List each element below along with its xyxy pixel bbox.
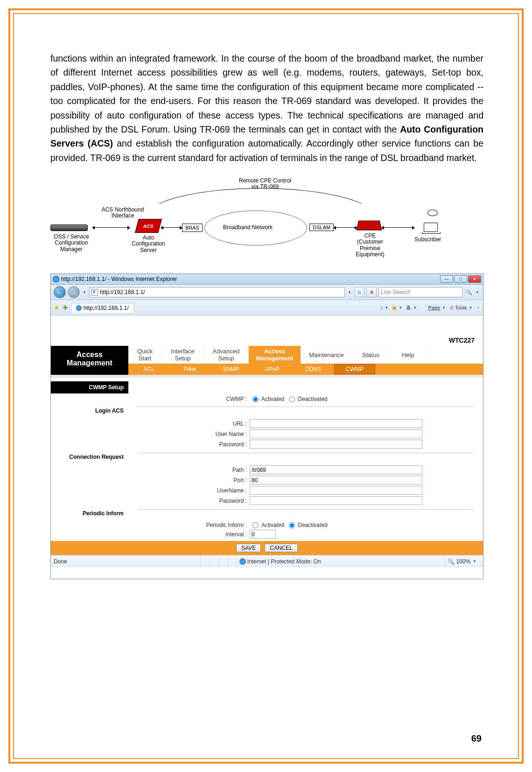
zoom-control[interactable]: 🔍100% ▼: [444, 555, 480, 567]
tab-status[interactable]: Status: [352, 346, 390, 364]
laptop-base: [422, 232, 441, 234]
tab-interface-setup[interactable]: Interface Setup: [162, 346, 204, 364]
save-button[interactable]: SAVE: [236, 544, 261, 552]
oss-label: OSS / Service Configuration Manager: [46, 234, 97, 253]
status-done: Done: [54, 558, 67, 565]
periodic-inform-label: Periodic Inform :: [133, 522, 250, 528]
cwmp-deactivated-radio[interactable]: [289, 396, 295, 402]
search-button[interactable]: 🔍: [464, 287, 473, 297]
curve-arc: [144, 188, 377, 249]
tab-favicon: [76, 305, 82, 311]
subtab-cwmp[interactable]: CWMP: [334, 364, 375, 374]
pi-activated-radio[interactable]: [252, 522, 259, 528]
favorites-icon[interactable]: ★: [54, 304, 60, 311]
port-label: Port :: [133, 477, 250, 484]
cr-password-label: Password :: [133, 498, 250, 504]
print-button[interactable]: 🖶▼: [406, 305, 418, 310]
activated-label: Activated: [261, 396, 284, 402]
home-button[interactable]: ⌂▼: [380, 305, 390, 310]
cpe-label: CPE (Customer Premise Equipment): [349, 233, 391, 258]
browser-tab[interactable]: http://192.168.1.1/: [71, 303, 134, 313]
subtab-filter[interactable]: Filter: [169, 364, 210, 375]
username-input[interactable]: [250, 429, 422, 438]
add-favorite-icon[interactable]: ✚: [63, 304, 68, 311]
tab-advanced-setup[interactable]: Advanced Setup: [204, 346, 249, 364]
tab-access-management[interactable]: Access Management: [249, 346, 301, 364]
chevron-icon[interactable]: »: [476, 306, 480, 310]
globe-icon: [239, 558, 246, 565]
url-dropdown-icon[interactable]: ▼: [347, 290, 352, 295]
tab-title: http://192.168.1.1/: [84, 305, 129, 311]
arrow-4: [384, 227, 412, 228]
cr-username-input[interactable]: [250, 486, 422, 495]
tab-quick-start[interactable]: Quick Start: [128, 346, 162, 364]
acs-north-label: ACS Northbound INterface: [97, 207, 148, 219]
cr-username-label: UserName :: [133, 487, 250, 494]
oss-device-icon: [50, 225, 88, 231]
page-menu[interactable]: 📄Page▼: [420, 305, 447, 311]
page-icon: [91, 289, 98, 295]
interval-input[interactable]: [250, 530, 276, 539]
path-input[interactable]: [250, 465, 422, 474]
pi-deactivated-radio[interactable]: [289, 522, 295, 528]
status-zone: Internet | Protected Mode: On: [247, 558, 321, 565]
model-label: WTC227: [51, 316, 483, 346]
search-dropdown-icon[interactable]: ▼: [475, 290, 480, 295]
password-label: Password :: [133, 441, 250, 448]
url-text: http://192.168.1.1/: [100, 289, 145, 295]
nav-dropdown-icon[interactable]: ▼: [82, 290, 87, 295]
subtab-ddns[interactable]: DDNS: [293, 364, 334, 375]
subtab-acl[interactable]: ACL: [128, 364, 169, 375]
forward-button[interactable]: →: [68, 286, 80, 298]
pi-deactivated-label: Deactivated: [298, 522, 327, 528]
search-placeholder: Live Search: [381, 289, 410, 295]
tools-menu[interactable]: ⚙Tools▼: [449, 305, 474, 311]
subscriber-label: Subscriber: [414, 237, 441, 243]
tab-help[interactable]: Help: [390, 346, 427, 364]
arrow-1: [95, 227, 127, 228]
cwmp-activated-radio[interactable]: [252, 396, 259, 402]
section-title: Access Management: [51, 346, 128, 375]
page-number: 69: [471, 733, 482, 744]
interval-label: Interval :: [133, 531, 250, 538]
close-button[interactable]: ✕: [468, 275, 481, 283]
phone-icon: [427, 210, 438, 216]
tab-maintenance[interactable]: Maintenance: [301, 346, 352, 364]
auto-conf-label: Auto Configuration Server: [127, 235, 169, 253]
url-label: URL :: [133, 421, 250, 427]
url-input[interactable]: http://192.168.1.1/: [89, 287, 345, 297]
path-label: Path :: [133, 467, 250, 473]
pi-activated-label: Activated: [261, 522, 284, 528]
laptop-icon: [424, 223, 438, 232]
url-input-field[interactable]: [250, 419, 422, 428]
browser-window: http://192.168.1.1/ - Windows Internet E…: [50, 274, 483, 579]
zoom-value: 100%: [456, 558, 470, 565]
cr-password-input[interactable]: [250, 496, 422, 505]
cwmp-label: CWMP :: [133, 396, 250, 402]
button-bar: SAVE CANCEL: [51, 541, 483, 555]
maximize-button[interactable]: □: [454, 275, 467, 283]
status-bar: Done Internet | Protected Mode: On 🔍100%…: [51, 555, 483, 567]
feeds-button[interactable]: ▣▼: [392, 305, 403, 311]
router-page: WTC227 Access Management Quick Start Int…: [51, 316, 483, 555]
tr069-diagram: Remote CPE Control via TR-069 OSS / Serv…: [50, 178, 483, 269]
tab-bar: ★ ✚ http://192.168.1.1/ ⌂▼ ▣▼ 🖶▼ 📄Page▼ …: [51, 300, 483, 316]
port-input[interactable]: [250, 476, 422, 484]
deactivated-label: Deactivated: [298, 396, 327, 402]
username-label: User Name :: [133, 431, 250, 437]
cancel-button[interactable]: CANCEL: [265, 544, 298, 552]
body-paragraph: functions within an integrated framework…: [50, 51, 483, 165]
section-connection-request: Connection Request: [51, 451, 128, 463]
subtab-upnp[interactable]: UPnP: [252, 364, 293, 375]
stop-button[interactable]: ✕: [366, 287, 377, 297]
minimize-button[interactable]: —: [440, 275, 453, 283]
window-title: http://192.168.1.1/ - Windows Internet E…: [61, 276, 177, 282]
back-button[interactable]: ←: [54, 286, 66, 298]
password-input[interactable]: [250, 440, 422, 449]
refresh-button[interactable]: ↻: [354, 287, 364, 297]
section-login-acs: Login ACS: [51, 405, 128, 417]
subtab-snmp[interactable]: SNMP: [210, 364, 252, 375]
body-text-1: functions within an integrated framework…: [50, 53, 483, 134]
search-input[interactable]: Live Search: [378, 287, 462, 297]
body-text-2: and establish the configuration automati…: [50, 138, 483, 162]
